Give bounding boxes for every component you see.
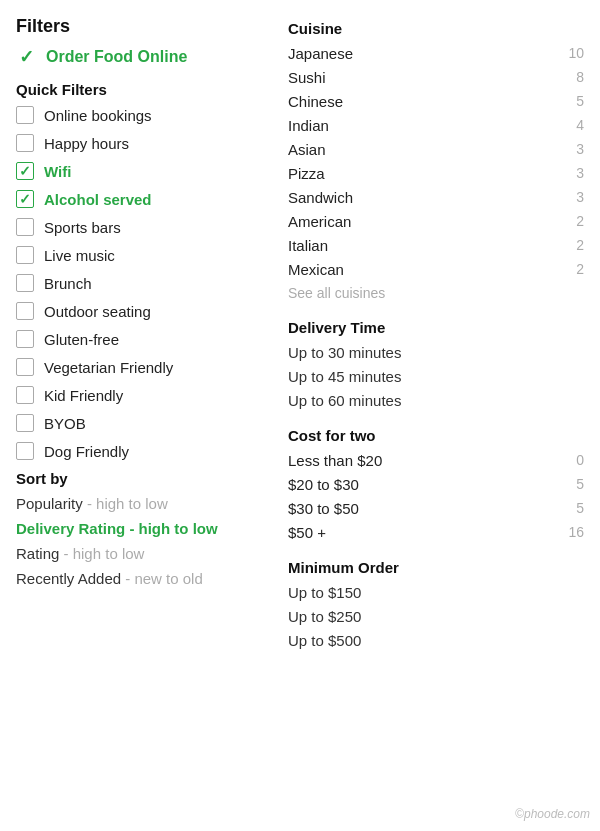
cost-list: Less than $200$20 to $305$30 to $505$50 … (288, 452, 584, 541)
cuisine-row-japanese[interactable]: Japanese10 (288, 45, 584, 62)
cuisine-count: 3 (576, 165, 584, 182)
filter-label-alcohol-served: Alcohol served (44, 191, 152, 208)
cuisine-row-sandwich[interactable]: Sandwich3 (288, 189, 584, 206)
cost-count: 5 (576, 476, 584, 493)
filter-item-outdoor-seating[interactable]: Outdoor seating (16, 302, 264, 320)
sort-name-rating: Rating (16, 545, 64, 562)
order-online-checkbox[interactable]: ✓ (16, 47, 36, 67)
filter-label-kid-friendly: Kid Friendly (44, 387, 123, 404)
delivery-time-item[interactable]: Up to 30 minutes (288, 344, 584, 361)
delivery-time-title: Delivery Time (288, 319, 584, 336)
minimum-order-item[interactable]: Up to $250 (288, 608, 584, 625)
filter-label-sports-bars: Sports bars (44, 219, 121, 236)
filter-label-brunch: Brunch (44, 275, 92, 292)
sort-name-popularity: Popularity (16, 495, 87, 512)
cost-row[interactable]: Less than $200 (288, 452, 584, 469)
sort-item-recently-added[interactable]: Recently Added - new to old (16, 570, 264, 587)
cuisine-row-indian[interactable]: Indian4 (288, 117, 584, 134)
cuisine-name: Italian (288, 237, 328, 254)
minimum-order-section: Minimum Order Up to $150Up to $250Up to … (288, 559, 584, 649)
cost-range: $20 to $30 (288, 476, 359, 493)
cuisine-count: 3 (576, 189, 584, 206)
filter-item-brunch[interactable]: Brunch (16, 274, 264, 292)
cuisine-row-mexican[interactable]: Mexican2 (288, 261, 584, 278)
sort-suffix-popularity: - high to low (87, 495, 168, 512)
filter-item-alcohol-served[interactable]: ✓Alcohol served (16, 190, 264, 208)
delivery-time-item[interactable]: Up to 60 minutes (288, 392, 584, 409)
sort-suffix-delivery-rating: - high to low (129, 520, 217, 537)
cuisine-name: Pizza (288, 165, 325, 182)
filter-item-dog-friendly[interactable]: Dog Friendly (16, 442, 264, 460)
checkbox-live-music[interactable] (16, 246, 34, 264)
checkbox-alcohol-served[interactable]: ✓ (16, 190, 34, 208)
cuisine-name: Sandwich (288, 189, 353, 206)
cuisine-name: Sushi (288, 69, 326, 86)
sort-suffix-rating: - high to low (64, 545, 145, 562)
cost-range: Less than $20 (288, 452, 382, 469)
checkbox-gluten-free[interactable] (16, 330, 34, 348)
filter-item-gluten-free[interactable]: Gluten-free (16, 330, 264, 348)
right-column: Cuisine Japanese10Sushi8Chinese5Indian4A… (280, 16, 600, 667)
minimum-order-item[interactable]: Up to $500 (288, 632, 584, 649)
checkbox-byob[interactable] (16, 414, 34, 432)
sort-item-rating[interactable]: Rating - high to low (16, 545, 264, 562)
checkbox-dog-friendly[interactable] (16, 442, 34, 460)
delivery-time-item[interactable]: Up to 45 minutes (288, 368, 584, 385)
see-all-cuisines[interactable]: See all cuisines (288, 285, 584, 301)
order-online-label: Order Food Online (46, 48, 187, 66)
filter-label-wifi: Wifi (44, 163, 71, 180)
sort-item-delivery-rating[interactable]: Delivery Rating - high to low (16, 520, 264, 537)
cost-row[interactable]: $50 +16 (288, 524, 584, 541)
checkbox-brunch[interactable] (16, 274, 34, 292)
filter-item-live-music[interactable]: Live music (16, 246, 264, 264)
delivery-time-list: Up to 30 minutesUp to 45 minutesUp to 60… (288, 344, 584, 409)
sort-item-popularity[interactable]: Popularity - high to low (16, 495, 264, 512)
minimum-order-item[interactable]: Up to $150 (288, 584, 584, 601)
cost-count: 16 (568, 524, 584, 541)
cuisine-row-sushi[interactable]: Sushi8 (288, 69, 584, 86)
filter-label-outdoor-seating: Outdoor seating (44, 303, 151, 320)
checkbox-outdoor-seating[interactable] (16, 302, 34, 320)
quick-filters-title: Quick Filters (16, 81, 264, 98)
checkbox-wifi[interactable]: ✓ (16, 162, 34, 180)
quick-filters-section: Quick Filters Online bookingsHappy hours… (16, 81, 264, 460)
left-column: Filters ✓ Order Food Online Quick Filter… (0, 16, 280, 667)
checkbox-happy-hours[interactable] (16, 134, 34, 152)
filter-label-vegetarian-friendly: Vegetarian Friendly (44, 359, 173, 376)
filter-item-kid-friendly[interactable]: Kid Friendly (16, 386, 264, 404)
checkbox-online-bookings[interactable] (16, 106, 34, 124)
cost-row[interactable]: $20 to $305 (288, 476, 584, 493)
filter-item-vegetarian-friendly[interactable]: Vegetarian Friendly (16, 358, 264, 376)
filter-item-wifi[interactable]: ✓Wifi (16, 162, 264, 180)
cuisine-row-american[interactable]: American2 (288, 213, 584, 230)
checkbox-kid-friendly[interactable] (16, 386, 34, 404)
order-online-checkmark: ✓ (19, 46, 34, 68)
cuisine-row-asian[interactable]: Asian3 (288, 141, 584, 158)
cuisine-name: Mexican (288, 261, 344, 278)
cuisine-row-chinese[interactable]: Chinese5 (288, 93, 584, 110)
cuisine-section: Cuisine Japanese10Sushi8Chinese5Indian4A… (288, 20, 584, 301)
minimum-order-title: Minimum Order (288, 559, 584, 576)
cost-row[interactable]: $30 to $505 (288, 500, 584, 517)
checkbox-vegetarian-friendly[interactable] (16, 358, 34, 376)
filter-item-happy-hours[interactable]: Happy hours (16, 134, 264, 152)
filters-title: Filters (16, 16, 264, 37)
delivery-time-section: Delivery Time Up to 30 minutesUp to 45 m… (288, 319, 584, 409)
cuisine-count: 2 (576, 237, 584, 254)
filter-item-online-bookings[interactable]: Online bookings (16, 106, 264, 124)
sort-section: Sort by Popularity - high to lowDelivery… (16, 470, 264, 587)
quick-filter-list: Online bookingsHappy hours✓Wifi✓Alcohol … (16, 106, 264, 460)
cuisine-name: Indian (288, 117, 329, 134)
cuisine-count: 8 (576, 69, 584, 86)
filter-label-dog-friendly: Dog Friendly (44, 443, 129, 460)
cuisine-title: Cuisine (288, 20, 584, 37)
filter-item-byob[interactable]: BYOB (16, 414, 264, 432)
order-online-filter[interactable]: ✓ Order Food Online (16, 47, 264, 67)
cuisine-row-pizza[interactable]: Pizza3 (288, 165, 584, 182)
checkbox-sports-bars[interactable] (16, 218, 34, 236)
cuisine-count: 4 (576, 117, 584, 134)
cuisine-row-italian[interactable]: Italian2 (288, 237, 584, 254)
filter-label-byob: BYOB (44, 415, 86, 432)
sort-list: Popularity - high to lowDelivery Rating … (16, 495, 264, 587)
filter-item-sports-bars[interactable]: Sports bars (16, 218, 264, 236)
